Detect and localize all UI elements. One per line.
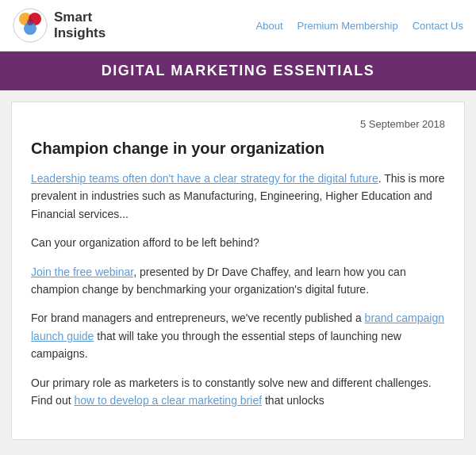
article-paragraph-1: Leadership teams often don't have a clea…: [31, 170, 445, 223]
logo-icon: [13, 8, 48, 43]
article-link-strategy[interactable]: Leadership teams often don't have a clea…: [31, 172, 378, 185]
article-link-marketing-brief[interactable]: how to develop a clear marketing brief: [74, 394, 262, 407]
article-paragraph-5: Our primary role as marketers is to cons…: [31, 374, 445, 410]
logo-area: Smart Insights: [13, 8, 106, 43]
article-paragraph-3: Join the free webinar, presented by Dr D…: [31, 263, 445, 299]
article-link-webinar[interactable]: Join the free webinar: [31, 266, 133, 278]
content-wrapper: 5 September 2018 Champion change in your…: [0, 90, 476, 451]
site-header: Smart Insights About Premium Membership …: [0, 0, 476, 52]
article-date: 5 September 2018: [31, 118, 445, 130]
article-paragraph-4-before: For brand managers and entrepreneurs, we…: [31, 312, 365, 324]
logo-text: Smart Insights: [54, 10, 106, 42]
nav-about[interactable]: About: [256, 20, 283, 32]
article-title: Champion change in your organization: [31, 138, 445, 159]
main-nav: About Premium Membership Contact Us: [256, 20, 463, 32]
article-paragraph-2: Can your organization afford to be left …: [31, 234, 445, 251]
article-paragraph-5-after: that unlocks: [262, 394, 324, 407]
banner: DIGITAL MARKETING ESSENTIALS: [0, 52, 476, 90]
svg-point-4: [27, 19, 33, 25]
article-card: 5 September 2018 Champion change in your…: [11, 101, 465, 440]
article-paragraph-4: For brand managers and entrepreneurs, we…: [31, 309, 445, 362]
nav-contact[interactable]: Contact Us: [413, 20, 463, 32]
nav-premium[interactable]: Premium Membership: [298, 20, 398, 32]
banner-text: DIGITAL MARKETING ESSENTIALS: [102, 63, 374, 78]
